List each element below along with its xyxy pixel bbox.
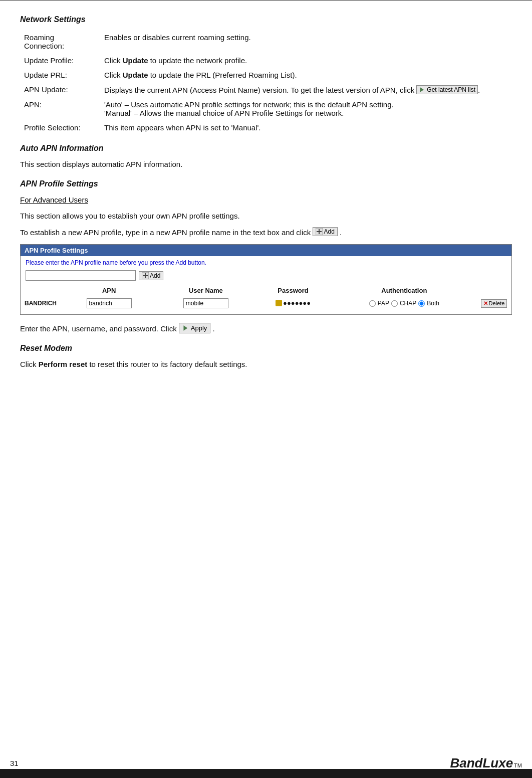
row-desc: Enables or disables current roaming sett… — [100, 30, 512, 53]
auth-radio-group: PAP CHAP Both — [335, 300, 473, 307]
password-icon — [276, 300, 282, 306]
row-label: APN: — [20, 97, 100, 120]
reset-bold: Perform reset — [39, 360, 88, 368]
password-display: ●●●●●●● — [276, 299, 311, 307]
play-icon2 — [182, 325, 189, 331]
row-label: Update Profile: — [20, 53, 100, 68]
brand-tm: TM — [514, 762, 522, 768]
table-row: APN: 'Auto' – Uses automatic APN profile… — [20, 97, 512, 120]
desc-text: Displays the current APN (Access Point N… — [104, 86, 416, 94]
auto-apn-heading: Auto APN Information — [20, 144, 512, 153]
password-dots: ●●●●●●● — [283, 299, 311, 307]
apn-box-notice: Please enter the APN profile name before… — [21, 256, 511, 268]
row-desc: Click Update to update the network profi… — [100, 53, 512, 68]
enter-desc: Enter the APN, username, and password. C… — [20, 323, 512, 335]
page-number: 31 — [10, 759, 19, 767]
radio-pap-label: PAP — [378, 300, 389, 307]
network-settings-table: Roaming Connection: Enables or disables … — [20, 30, 512, 135]
brand-logo: BandLuxeTM — [450, 755, 522, 771]
apply-button[interactable]: Apply — [179, 323, 211, 333]
row-label: Roaming Connection: — [20, 30, 100, 53]
advanced-users-link[interactable]: For Advanced Users — [20, 194, 512, 206]
add-btn-label: Add — [150, 272, 160, 279]
row-label: Update PRL: — [20, 68, 100, 82]
network-settings-heading: Network Settings — [20, 15, 512, 24]
apn-input-row: Add — [21, 268, 511, 285]
table-row: Update Profile: Click Update to update t… — [20, 53, 512, 68]
svg-rect-2 — [317, 231, 322, 232]
apn-row-label: BANDRICH — [21, 296, 61, 310]
add-apn-button[interactable]: Add — [139, 271, 163, 280]
table-row: Update PRL: Click Update to update the P… — [20, 68, 512, 82]
get-apn-label: Get latest APN list — [427, 86, 475, 93]
reset-modem-desc: Click Perform reset to reset this router… — [20, 359, 512, 370]
auto-apn-desc: This section displays automatic APN info… — [20, 159, 512, 170]
apn-box-title: APN Profile Settings — [21, 245, 511, 256]
apn-field-cell — [61, 296, 157, 310]
radio-pap[interactable] — [369, 300, 376, 307]
radio-chap-label: CHAP — [400, 300, 416, 307]
delete-button[interactable]: ✕ Delete — [481, 299, 507, 308]
col-apn: APN — [61, 285, 157, 296]
table-row: APN Update: Displays the current APN (Ac… — [20, 82, 512, 97]
username-cell — [157, 296, 254, 310]
apn-data-row: BANDRICH ●●●●●●● — [21, 296, 511, 310]
row-label: APN Update: — [20, 82, 100, 97]
desc-bold: Update — [123, 56, 148, 65]
apn-name-input[interactable] — [26, 270, 136, 281]
desc-text: Click — [104, 56, 123, 65]
radio-both-label: Both — [427, 300, 439, 307]
brand-luxe: Luxe — [482, 755, 513, 771]
row-desc: Click Update to update the PRL (Preferre… — [100, 68, 512, 82]
x-icon: ✕ — [483, 300, 488, 307]
apply-label: Apply — [191, 324, 207, 332]
footer-bar — [0, 769, 532, 778]
add-icon — [142, 272, 149, 279]
col-username: User Name — [157, 285, 254, 296]
desc-suffix: to update the network profile. — [148, 56, 247, 65]
play-icon — [419, 87, 425, 93]
svg-rect-5 — [143, 275, 148, 276]
add-btn-label: Add — [324, 228, 334, 235]
apn-field-input[interactable] — [87, 298, 132, 308]
brand-band: Band — [450, 755, 482, 771]
radio-chap[interactable] — [391, 300, 398, 307]
auth-cell: PAP CHAP Both — [332, 296, 476, 310]
col-authentication: Authentication — [332, 285, 476, 296]
delete-label: Delete — [489, 300, 505, 306]
enter-desc-prefix: Enter the APN, username, and password. C… — [20, 324, 177, 333]
reset-suffix: to reset this router to its factory defa… — [87, 360, 247, 368]
desc2-prefix: To establish a new APN profile, type in … — [20, 228, 311, 237]
row-label: Profile Selection: — [20, 120, 100, 135]
desc-bold: Update — [123, 71, 148, 79]
desc-suffix: . — [478, 86, 480, 94]
apn-profile-desc1: This section allows you to establish you… — [20, 211, 512, 222]
reset-prefix: Click — [20, 360, 39, 368]
col-password: Password — [254, 285, 332, 296]
add-icon — [316, 228, 323, 235]
apn-table: APN User Name Password Authentication BA… — [21, 285, 511, 310]
username-input[interactable] — [183, 298, 228, 308]
delete-cell: ✕ Delete — [476, 296, 511, 310]
apn-profile-heading: APN Profile Settings — [20, 179, 512, 188]
add-button-inline[interactable]: Add — [313, 227, 337, 236]
apn-profile-desc2: To establish a new APN profile, type in … — [20, 227, 512, 239]
table-row: Roaming Connection: Enables or disables … — [20, 30, 512, 53]
apn-profile-box: APN Profile Settings Please enter the AP… — [20, 244, 512, 315]
reset-modem-heading: Reset Modem — [20, 344, 512, 353]
password-cell: ●●●●●●● — [254, 296, 332, 310]
desc-suffix: to update the PRL (Preferred Roaming Lis… — [148, 71, 297, 79]
row-desc: This item appears when APN is set to 'Ma… — [100, 120, 512, 135]
row-desc: Displays the current APN (Access Point N… — [100, 82, 512, 97]
row-desc: 'Auto' – Uses automatic APN profile sett… — [100, 97, 512, 120]
table-row: Profile Selection: This item appears whe… — [20, 120, 512, 135]
radio-both[interactable] — [418, 300, 425, 307]
get-latest-apn-button[interactable]: Get latest APN list — [416, 85, 478, 94]
desc-text: Click — [104, 71, 123, 79]
